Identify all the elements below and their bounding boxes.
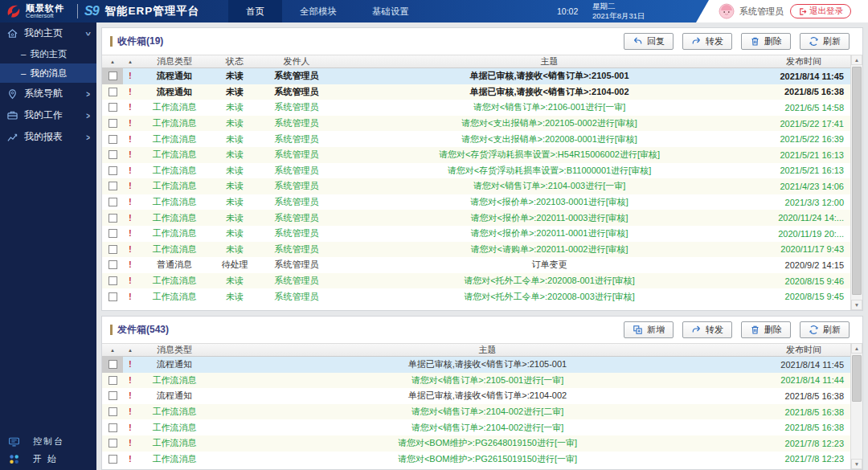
nav-tab-home[interactable]: 首页 [228,0,282,22]
row-checkbox[interactable] [108,276,117,285]
nav-tab-basic-settings[interactable]: 基础设置 [354,0,427,22]
row-checkbox[interactable] [108,150,117,159]
logout-button[interactable]: 退出登录 [790,4,851,18]
dash-bullet: – [21,68,26,78]
priority-sort-icon[interactable]: ▴ [123,59,137,65]
scroll-thumb[interactable] [852,355,862,402]
table-row[interactable]: !工作流消息未读系统管理员请您对<存货浮动耗损率设置>:B11000001进行[… [102,163,850,179]
table-row[interactable]: !流程通知单据已审核,请接收<销售订单>:2105-0012021/8/14 1… [102,357,850,373]
refresh-button[interactable]: 刷新 [800,321,850,338]
col-sender[interactable]: 发件人 [258,55,335,67]
col-subject[interactable]: 主题 [335,55,764,67]
col-type[interactable]: 消息类型 [137,344,211,356]
row-checkbox[interactable] [108,119,117,128]
row-checkbox[interactable] [108,198,117,206]
scroll-down-icon[interactable]: ▼ [851,300,862,310]
message-sender: 系统管理员 [258,243,335,255]
row-checkbox[interactable] [108,103,117,112]
table-row[interactable]: !工作流消息请您对<销售订单>:2105-001进行[一审]2021/8/14 … [102,373,850,389]
message-time: 2021/5/21 16:13 [764,150,850,160]
logout-label: 退出登录 [809,6,843,17]
row-checkbox[interactable] [108,182,117,190]
checkbox-cell [102,257,123,273]
row-checkbox[interactable] [108,423,117,432]
divider [77,4,78,18]
avatar[interactable] [719,3,735,19]
row-checkbox[interactable] [108,135,117,144]
console-button[interactable]: 控制台 [0,432,96,450]
table-row[interactable]: !工作流消息未读系统管理员请您对<托外工令单>:202008-003进行[审核]… [102,288,850,304]
refresh-button[interactable]: 刷新 [800,33,850,50]
attachment-sort-icon[interactable]: ▴ [102,55,123,67]
row-checkbox[interactable] [108,166,117,175]
outbox-scrollbar[interactable]: ▲ ▼ [850,343,862,469]
row-checkbox[interactable] [108,360,117,369]
sidebar-item-label: 我的主页 [24,27,80,40]
message-subject: 请您对<托外工令单>:202008-003进行[审核] [335,291,764,303]
inbox-scrollbar[interactable]: ▲ ▼ [850,55,862,310]
col-time[interactable]: 发布时间 [764,344,850,356]
table-row[interactable]: !流程通知未读系统管理员单据已审核,请接收<销售订单>:2104-0022021… [102,84,850,100]
forward-button[interactable]: 转发 [682,321,732,338]
start-button[interactable]: 开 始 [0,450,96,468]
row-checkbox[interactable] [108,88,117,96]
nav-tab-all-modules[interactable]: 全部模块 [282,0,354,22]
message-status: 未读 [211,101,258,113]
add-button[interactable]: 新增 [624,321,674,338]
table-row[interactable]: !工作流消息未读系统管理员请您对<支出报销单>:202008-0001进行[审核… [102,131,850,147]
table-row[interactable]: !工作流消息未读系统管理员请您对<报价单>:202103-0001进行[审核]2… [102,194,850,210]
row-checkbox[interactable] [108,292,117,301]
delete-button[interactable]: 删除 [741,33,791,50]
table-row[interactable]: !流程通知未读系统管理员单据已审核,请接收<销售订单>:2105-0012021… [102,68,850,84]
table-row[interactable]: !工作流消息请您对<BOM维护>:PG2648019150进行[一审]2021/… [102,435,850,452]
message-type: 工作流消息 [137,406,211,418]
sidebar-item-my-work[interactable]: 我的工作 > [0,104,96,126]
table-row[interactable]: !工作流消息未读系统管理员请您对<托外工令单>:202008-001进行[审核]… [102,273,850,289]
delete-button[interactable]: 删除 [741,321,791,338]
sidebar-item-my-reports[interactable]: 我的报表 > [0,126,96,148]
message-type: 工作流消息 [137,180,211,192]
main-content: 收件箱(19) 回复 转发 删除 刷新 [96,22,868,470]
table-row[interactable]: !工作流消息未读系统管理员请您对<报价单>:202011-0001进行[审核]2… [102,226,850,242]
table-row[interactable]: !工作流消息未读系统管理员请您对<请购单>:202011-0002进行[审核]2… [102,242,850,258]
table-row[interactable]: !工作流消息未读系统管理员请您对<销售订单>:2106-001进行[一审]202… [102,100,850,116]
priority-sort-icon[interactable]: ▴ [123,347,137,354]
reply-button[interactable]: 回复 [624,33,674,50]
row-checkbox[interactable] [108,214,117,223]
col-time[interactable]: 发布时间 [764,55,850,67]
sidebar-item-system-nav[interactable]: 系统导航 > [0,83,96,104]
row-checkbox[interactable] [108,72,117,80]
row-checkbox[interactable] [108,455,117,464]
forward-label: 转发 [706,35,723,47]
row-checkbox[interactable] [108,407,117,416]
table-row[interactable]: !工作流消息未读系统管理员请您对<报价单>:202011-0003进行[审核]2… [102,210,850,226]
priority-icon: ! [123,376,137,385]
message-subject: 单据已审核,请接收<销售订单>:2104-002 [211,390,764,402]
attachment-sort-icon[interactable]: ▴ [102,344,123,356]
forward-button[interactable]: 转发 [682,33,732,50]
row-checkbox[interactable] [108,229,117,238]
table-row[interactable]: !工作流消息未读系统管理员请您对<销售订单>:2104-003进行[一审]202… [102,178,850,194]
sidebar-item-my-home[interactable]: 我的主页 > [0,22,96,44]
sidebar-subitem-my-messages[interactable]: – 我的消息 [0,63,96,83]
table-row[interactable]: !流程通知单据已审核,请接收<销售订单>:2104-0022021/8/5 16… [102,388,850,404]
table-row[interactable]: !工作流消息请您对<BOM维护>:PG2615019150进行[一审]2021/… [102,452,850,468]
row-checkbox[interactable] [108,376,117,385]
row-checkbox[interactable] [108,260,117,269]
scroll-down-icon[interactable]: ▼ [851,459,862,469]
sidebar-subitem-my-home[interactable]: – 我的主页 [0,44,96,63]
row-checkbox[interactable] [108,245,117,254]
col-type[interactable]: 消息类型 [137,55,211,67]
table-row[interactable]: !工作流消息未读系统管理员请您对<支出报销单>:202105-0002进行[审核… [102,116,850,132]
row-checkbox[interactable] [108,391,117,400]
row-checkbox[interactable] [108,439,117,448]
scroll-up-icon[interactable]: ▲ [851,55,862,65]
table-row[interactable]: !工作流消息请您对<销售订单>:2104-002进行[一审]2021/8/5 1… [102,419,850,435]
col-subject[interactable]: 主题 [211,344,764,356]
col-status[interactable]: 状态 [211,55,258,67]
table-row[interactable]: !工作流消息请您对<销售订单>:2104-002进行[二审]2021/8/5 1… [102,404,850,420]
scroll-up-icon[interactable]: ▲ [851,343,862,354]
scroll-thumb[interactable] [852,67,862,295]
table-row[interactable]: !工作流消息未读系统管理员请您对<存货浮动耗损率设置>:H54R15006002… [102,147,850,163]
table-row[interactable]: !普通消息待处理系统管理员订单变更2020/9/2 14:15 [102,257,850,273]
